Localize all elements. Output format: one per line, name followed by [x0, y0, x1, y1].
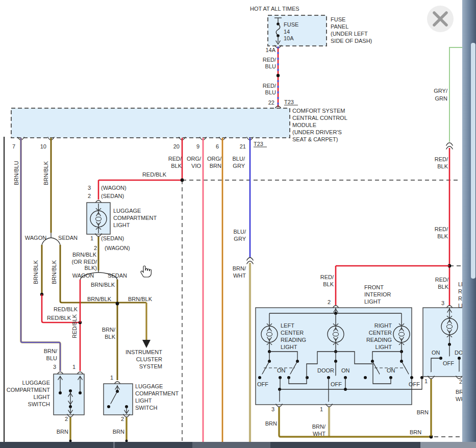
wire-color-label: BRN	[410, 429, 421, 435]
pin-2-label: 2	[88, 193, 91, 199]
pin-1-label: 1	[90, 235, 93, 241]
wire-color-label: BRN	[57, 429, 68, 435]
pin-14a-label: 14A	[265, 47, 275, 53]
wire-color-label: BRN/	[233, 265, 246, 271]
pin-21-label: 21	[240, 143, 246, 150]
sedan-label: SEDAN	[58, 235, 78, 241]
wire-color-label: BRN	[113, 429, 124, 435]
pin-3-label: 3	[271, 406, 274, 412]
wire-color-label: VIO	[191, 163, 201, 169]
left-reading-light-label: LEFT	[281, 322, 294, 329]
door-label: DOOR	[317, 367, 334, 374]
on-label: ON	[341, 367, 350, 374]
instrument-cluster-label: SYSTEM	[139, 363, 162, 369]
wire-color-label: BRN/	[102, 327, 116, 333]
switch-label: SWITCH	[135, 405, 157, 411]
wire-color-label: BRN	[265, 420, 277, 427]
wire-color-label: BRN/BLK	[33, 260, 39, 284]
right-reading-light-label: LIGHT	[375, 344, 392, 350]
wire-color-label: RED/	[263, 83, 277, 89]
pin-3-label: 3	[441, 300, 444, 306]
switch-label: LUGGAGE	[22, 380, 50, 386]
wire-color-label: RED/BLK	[71, 314, 78, 338]
wire-color-label: BLK)	[85, 265, 97, 271]
wire-color-label: WHT	[233, 272, 246, 279]
wire-color-label: BRN/BLK	[43, 161, 49, 185]
switch-box	[54, 374, 84, 415]
sedan-label: SEDAN	[108, 272, 127, 279]
switch-box	[104, 384, 133, 415]
front-interior-light-label: LIGHT	[364, 298, 381, 305]
fuse-panel-label: (UNDER LEFT	[331, 31, 368, 37]
pin-3-label: 3	[88, 185, 91, 191]
module-label: COMFORT SYSTEM	[292, 108, 345, 114]
switch-label: COMPARTMENT	[7, 387, 50, 393]
on-label: ON	[387, 367, 395, 374]
wire-color-label: BRN/BLU	[13, 161, 19, 185]
pin-1-label: 1	[110, 375, 113, 381]
right-reading-light-label: READING	[366, 337, 392, 343]
pin-9-label: 9	[196, 143, 199, 150]
fuse-panel-label: FUSE	[331, 16, 345, 22]
on-label: ON	[277, 367, 286, 374]
switch-label: LUGGAGE	[135, 383, 163, 389]
wire-color-label: BLK	[437, 233, 448, 239]
wire-color-label: BRN	[210, 163, 221, 169]
wire-color-label: BRN/BLK	[91, 282, 115, 288]
wire-color-label: BLU	[265, 89, 276, 95]
close-button[interactable]	[427, 6, 454, 32]
wire-color-label: RED/	[320, 274, 334, 280]
switch-label: SWITCH	[28, 401, 50, 407]
wire-color-label: GRY	[233, 163, 245, 169]
wire-color-label: BLU	[265, 63, 276, 69]
on-label: ON	[432, 350, 440, 356]
wiring-diagram: HOT AT ALL TIMES FUSE 14 10A FUSE PANEL …	[0, 0, 476, 448]
right-reading-light-label: CENTER	[369, 330, 392, 336]
pin-22-label: 22	[268, 99, 274, 106]
wire-color-label: RED/	[435, 277, 449, 283]
left-reading-light-label: CENTER	[281, 330, 304, 336]
wire-color-label: BLK	[437, 163, 448, 169]
wire-color-label: ORG/	[187, 156, 202, 162]
hot-at-all-times-label: HOT AT ALL TIMES	[250, 6, 299, 12]
wire-color-label: RED/	[435, 156, 448, 162]
luggage-light-label: LIGHT	[113, 222, 130, 228]
wagon-variant-label: (WAGON)	[101, 185, 127, 191]
wire-color-label: BLU	[46, 355, 57, 361]
wire-color-label: BLK	[323, 281, 334, 287]
front-interior-light-label: INTERIOR	[364, 291, 391, 297]
sedan-variant-label: (SEDAN)	[101, 235, 124, 241]
module-label: CENTRAL CONTROL	[292, 115, 347, 121]
scrollbar[interactable]	[462, 0, 476, 442]
left-reading-light-label: READING	[281, 337, 306, 343]
pin-2-label: 2	[459, 379, 462, 385]
wire-color-label: RED/	[435, 226, 448, 232]
sedan-variant-label: (SEDAN)	[101, 193, 124, 199]
off-label: OFF	[443, 360, 454, 366]
wagon-variant-label: (WAGON)	[105, 245, 130, 251]
pin-3-label: 3	[53, 364, 56, 370]
wire-color-label: GRY/	[434, 88, 448, 94]
pin-6-label: 6	[216, 143, 219, 150]
wire-color-label: BLK	[105, 334, 115, 340]
pin-7-label: 7	[12, 143, 15, 150]
wire-color-label: BRN/BLK	[87, 296, 112, 302]
module-label: MODULE	[292, 122, 316, 128]
off-label: OFF	[257, 381, 268, 387]
wire-color-label: GRN	[435, 95, 448, 102]
module-label: SEAT & CARPET)	[292, 136, 338, 142]
switch-label: LIGHT	[135, 397, 152, 404]
wire-color-label: BLU/	[234, 229, 246, 235]
switch-label: COMPARTMENT	[135, 390, 179, 396]
wire-color-label: RED/BLK	[47, 315, 71, 321]
scrollbar-thumb[interactable]	[471, 43, 475, 279]
wire-color-label: BRN/BLK	[128, 296, 153, 302]
off-label: OFF	[331, 381, 342, 387]
wire-color-label: RED/	[168, 156, 182, 162]
wire-color-label: GRY	[234, 236, 246, 242]
fuse-label: FUSE	[284, 21, 298, 28]
off-label: OFF	[409, 381, 420, 387]
connector-t23-label: T23	[284, 99, 294, 105]
luggage-light-label: COMPARTMENT	[113, 215, 157, 221]
wire-color-label: (OR RED/	[72, 259, 97, 265]
